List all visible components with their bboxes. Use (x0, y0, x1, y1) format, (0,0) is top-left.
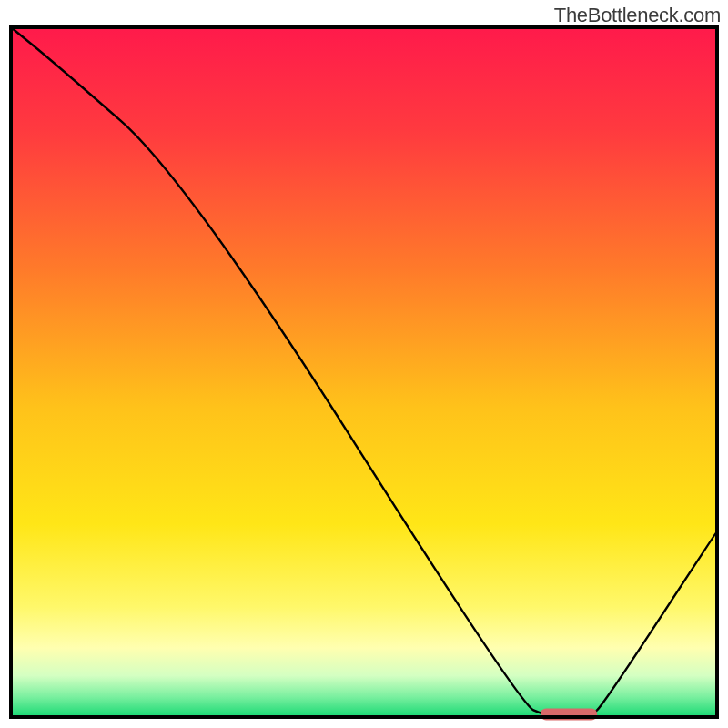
chart-root: TheBottleneck.com (0, 0, 728, 728)
watermark-text: TheBottleneck.com (554, 4, 721, 27)
bottleneck-chart (0, 0, 728, 728)
plot-background (11, 27, 717, 717)
